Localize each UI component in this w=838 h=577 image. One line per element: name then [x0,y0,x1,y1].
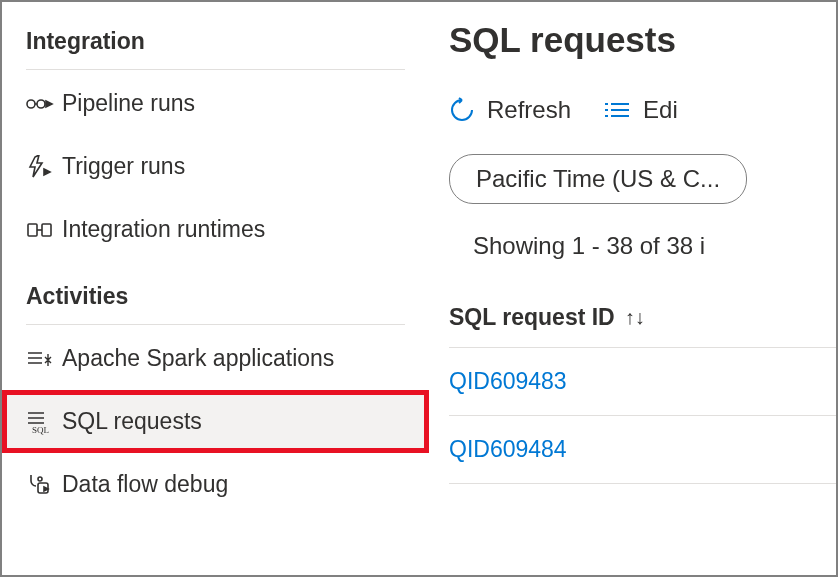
edit-columns-button[interactable]: Edi [603,96,678,124]
nav-label: Trigger runs [62,153,185,180]
sort-icon: ↑↓ [625,306,645,329]
sql-icon: SQL [26,409,62,435]
sql-request-link[interactable]: QID609484 [449,436,567,462]
nav-label: Integration runtimes [62,216,265,243]
sidebar-item-trigger-runs[interactable]: Trigger runs [2,135,429,198]
nav-label: Apache Spark applications [62,345,334,372]
sidebar-item-integration-runtimes[interactable]: Integration runtimes [2,198,429,261]
divider [26,69,405,70]
integration-runtimes-icon [26,220,62,240]
svg-point-0 [27,100,35,108]
svg-text:SQL: SQL [32,425,49,435]
refresh-label: Refresh [487,96,571,124]
svg-rect-2 [28,224,37,236]
edit-label: Edi [643,96,678,124]
sql-request-link[interactable]: QID609483 [449,368,567,394]
section-header-integration: Integration [2,20,429,69]
sidebar-item-data-flow-debug[interactable]: Data flow debug [2,453,429,516]
table-row: QID609484 [449,416,836,484]
page-title: SQL requests [449,20,836,60]
nav-label: Data flow debug [62,471,228,498]
column-header-sql-request-id[interactable]: SQL request ID ↑↓ [449,288,836,348]
edit-columns-icon [603,100,631,120]
sidebar-item-spark-applications[interactable]: Apache Spark applications [2,327,429,390]
spark-icon [26,348,62,370]
svg-point-6 [38,477,42,481]
refresh-button[interactable]: Refresh [449,96,571,124]
data-flow-debug-icon [26,473,62,497]
toolbar: Refresh Edi [449,96,836,124]
pipeline-runs-icon [26,93,62,115]
svg-rect-3 [42,224,51,236]
results-count: Showing 1 - 38 of 38 i [449,232,836,260]
divider [26,324,405,325]
svg-point-1 [37,100,45,108]
nav-label: SQL requests [62,408,202,435]
refresh-icon [449,97,475,123]
column-header-label: SQL request ID [449,304,615,331]
nav-label: Pipeline runs [62,90,195,117]
trigger-runs-icon [26,155,62,179]
section-header-activities: Activities [2,275,429,324]
sidebar-item-sql-requests[interactable]: SQL SQL requests [2,390,429,453]
main-panel: SQL requests Refresh Edi Pacific Time (U… [429,2,836,575]
timezone-selector[interactable]: Pacific Time (US & C... [449,154,747,204]
sidebar: Integration Pipeline runs Trigger runs [2,2,429,575]
sidebar-item-pipeline-runs[interactable]: Pipeline runs [2,72,429,135]
table-row: QID609483 [449,348,836,416]
